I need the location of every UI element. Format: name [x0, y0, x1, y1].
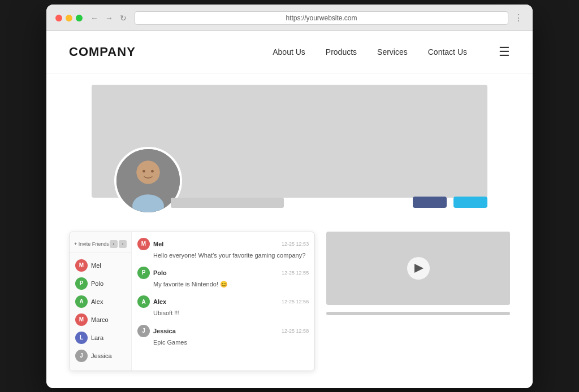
hamburger-menu[interactable]: ☰ — [499, 45, 510, 59]
chat-msg-header: A Alex 12-25 12:56 — [137, 295, 309, 308]
user-name-small: Mel — [91, 262, 101, 269]
chat-message-item: P Polo 12-25 12:55 My favorite is Ninten… — [137, 267, 309, 289]
nav-services[interactable]: Services — [377, 47, 408, 56]
chat-msg-header: J Jessica 12-25 12:58 — [137, 325, 309, 337]
chat-timestamp: 12-25 12:53 — [282, 241, 309, 247]
chat-msg-text: My favorite is Nintendo! 😊 — [137, 280, 309, 289]
chat-sender-name: Mel — [153, 241, 163, 247]
user-name-small: Lara — [91, 334, 103, 341]
forward-button[interactable]: → — [103, 12, 115, 24]
user-avatar-small: J — [75, 350, 88, 362]
chat-user-item[interactable]: P Polo — [70, 275, 131, 293]
hero-text-placeholder — [171, 198, 284, 208]
user-name-small: Alex — [91, 298, 103, 305]
chat-user-list: M Mel P Polo A Alex M Marco L Lara J Jes… — [70, 256, 131, 365]
chat-widget: + Invite Friends ‹ › M Mel P Polo A Alex… — [69, 232, 315, 371]
svg-point-5 — [151, 169, 154, 172]
nav-products[interactable]: Products — [326, 47, 357, 56]
chat-message-item: M Mel 12-25 12:53 Hello everyone! What's… — [137, 238, 309, 260]
user-name-small: Marco — [91, 316, 109, 323]
browser-chrome: ← → ↻ ⋮ — [46, 5, 533, 31]
invite-friends-bar: + Invite Friends ‹ › — [70, 238, 131, 253]
refresh-button[interactable]: ↻ — [118, 12, 129, 24]
site-logo: COMPANY — [69, 45, 136, 59]
nav-contact[interactable]: Contact Us — [428, 47, 467, 56]
close-button[interactable] — [55, 15, 62, 21]
hero-button-primary[interactable] — [413, 197, 447, 208]
right-column — [326, 232, 510, 371]
chat-sender-avatar: M — [137, 238, 150, 250]
video-progress-bar[interactable] — [326, 312, 510, 315]
browser-window: ← → ↻ ⋮ COMPANY About Us Products Servic… — [46, 5, 533, 388]
chat-message-item: J Jessica 12-25 12:58 Epic Games — [137, 325, 309, 347]
chat-msg-text: Ubisoft !!! — [137, 309, 309, 317]
hero-buttons — [413, 197, 487, 208]
chat-user-item[interactable]: A Alex — [70, 293, 131, 311]
back-button[interactable]: ← — [88, 12, 101, 24]
user-name-small: Jessica — [91, 352, 112, 359]
chat-user-item[interactable]: J Jessica — [70, 347, 131, 365]
address-bar[interactable] — [135, 11, 508, 25]
chat-sender-avatar: A — [137, 295, 150, 308]
chat-sender-avatar: P — [137, 267, 150, 279]
chat-messages-panel: M Mel 12-25 12:53 Hello everyone! What's… — [132, 232, 314, 371]
main-content: + Invite Friends ‹ › M Mel P Polo A Alex… — [46, 232, 533, 388]
invite-arrows: ‹ › — [110, 240, 127, 248]
user-avatar-small: M — [75, 313, 88, 326]
user-avatar-small: A — [75, 295, 88, 308]
hero-banner — [92, 85, 487, 198]
minimize-button[interactable] — [66, 15, 72, 21]
browser-nav-arrows: ← → ↻ — [88, 12, 129, 24]
nav-links: About Us Products Services Contact Us ☰ — [273, 45, 510, 59]
user-avatar-small: P — [75, 277, 88, 290]
next-arrow[interactable]: › — [119, 240, 127, 248]
maximize-button[interactable] — [76, 15, 83, 21]
chat-sender-avatar: J — [137, 325, 150, 337]
play-button[interactable] — [407, 257, 430, 280]
chat-user-item[interactable]: M Mel — [70, 256, 131, 275]
hero-button-secondary[interactable] — [453, 197, 487, 208]
user-name-small: Polo — [91, 280, 103, 287]
traffic-lights — [55, 15, 83, 21]
site-navigation: COMPANY About Us Products Services Conta… — [46, 31, 533, 73]
website-content: COMPANY About Us Products Services Conta… — [46, 31, 533, 388]
user-avatar-small: M — [75, 259, 88, 272]
chat-sender-name: Alex — [153, 298, 166, 305]
prev-arrow[interactable]: ‹ — [110, 240, 118, 248]
chat-timestamp: 12-25 12:56 — [282, 299, 309, 304]
chat-sender-name: Polo — [153, 269, 167, 276]
chat-message-item: A Alex 12-25 12:56 Ubisoft !!! — [137, 295, 309, 317]
nav-about[interactable]: About Us — [273, 47, 305, 56]
chat-msg-text: Hello everyone! What's your favorite gam… — [137, 251, 309, 260]
play-icon — [414, 264, 424, 273]
invite-friends-label: + Invite Friends — [74, 241, 109, 247]
svg-point-4 — [142, 169, 145, 172]
chat-timestamp: 12-25 12:55 — [282, 270, 309, 276]
chat-user-item[interactable]: L Lara — [70, 329, 131, 347]
chat-msg-header: M Mel 12-25 12:53 — [137, 238, 309, 250]
browser-menu-dots[interactable]: ⋮ — [514, 12, 524, 23]
chat-messages-list: M Mel 12-25 12:53 Hello everyone! What's… — [137, 238, 309, 347]
chat-sidebar: + Invite Friends ‹ › M Mel P Polo A Alex… — [70, 232, 132, 371]
svg-point-3 — [136, 160, 159, 184]
chat-sender-name: Jessica — [153, 328, 176, 334]
chat-msg-text: Epic Games — [137, 338, 309, 347]
chat-timestamp: 12-25 12:58 — [282, 328, 309, 334]
video-widget[interactable] — [326, 232, 510, 305]
browser-controls: ← → ↻ ⋮ — [55, 11, 524, 25]
chat-user-item[interactable]: M Marco — [70, 311, 131, 329]
chat-msg-header: P Polo 12-25 12:55 — [137, 267, 309, 279]
user-avatar-small: L — [75, 332, 88, 344]
